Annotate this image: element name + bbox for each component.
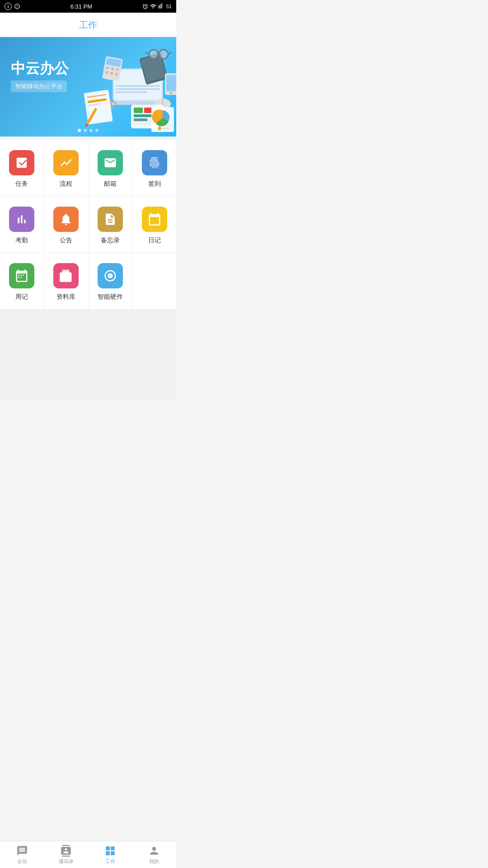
page-title: 工作 — [0, 19, 176, 31]
svg-line-30 — [145, 52, 149, 54]
library-icon — [59, 269, 73, 283]
svg-rect-4 — [116, 91, 147, 93]
grid-item-diary[interactable]: 日记 — [132, 197, 176, 253]
gray-area — [0, 309, 176, 400]
mail-icon — [103, 156, 117, 170]
mail-icon-bg — [98, 150, 123, 175]
cat-icon — [14, 3, 20, 9]
weekly-icon-bg — [9, 263, 34, 288]
fingerprint-icon — [148, 156, 161, 170]
grid-section: 任务 流程 邮箱 签到 — [0, 140, 176, 309]
grid-item-empty — [132, 253, 176, 309]
svg-rect-43 — [158, 127, 161, 130]
status-left: 1 — [5, 3, 20, 10]
diary-icon-bg — [142, 207, 167, 232]
task-label: 任务 — [15, 180, 28, 188]
wifi-icon — [150, 3, 156, 9]
grid-item-memo[interactable]: 备忘录 — [89, 197, 133, 253]
memo-icon-bg — [98, 207, 123, 232]
svg-rect-2 — [116, 85, 160, 87]
banner: 中云办公 智能移动办公平台 — [0, 37, 176, 137]
task-icon — [15, 156, 28, 170]
grid-item-hardware[interactable]: 智能硬件 — [89, 253, 133, 309]
page-header: 工作 — [0, 13, 176, 37]
svg-rect-21 — [166, 75, 176, 91]
grid-row-2: 考勤 公告 备忘录 日记 — [0, 197, 176, 253]
process-label: 流程 — [60, 180, 72, 188]
grid-row-3: 周记 资料库 智能硬件 — [0, 253, 176, 309]
signal-icon — [158, 3, 164, 9]
grid-item-checkin[interactable]: 签到 — [132, 140, 176, 196]
grid-item-process[interactable]: 流程 — [44, 140, 89, 196]
hardware-label: 智能硬件 — [98, 293, 123, 301]
library-icon-bg — [53, 263, 79, 288]
svg-point-28 — [159, 50, 168, 59]
battery-level: 51 — [166, 4, 172, 9]
weekly-label: 周记 — [15, 293, 28, 301]
status-num: 1 — [5, 3, 12, 10]
grid-item-mail[interactable]: 邮箱 — [89, 140, 133, 196]
banner-title: 中云办公 — [11, 60, 69, 77]
status-bar: 1 6:31 PM 51 — [0, 0, 176, 13]
library-label: 资料库 — [56, 293, 75, 301]
attend-icon-bg — [9, 207, 34, 232]
svg-point-22 — [170, 92, 173, 94]
svg-rect-23 — [84, 90, 113, 124]
svg-point-27 — [149, 50, 158, 59]
attend-icon — [15, 212, 28, 226]
grid-item-task[interactable]: 任务 — [0, 140, 44, 196]
checkin-label: 签到 — [148, 180, 161, 188]
svg-line-31 — [168, 52, 172, 54]
diary-icon — [148, 212, 161, 226]
dot-3 — [89, 129, 93, 132]
memo-icon — [103, 212, 117, 226]
status-right: 51 — [142, 3, 172, 9]
svg-rect-3 — [116, 88, 160, 90]
hardware-icon — [103, 269, 117, 283]
banner-subtitle: 智能移动办公平台 — [11, 80, 67, 92]
attend-label: 考勤 — [15, 236, 28, 245]
status-time: 6:31 PM — [70, 3, 92, 10]
svg-rect-34 — [134, 108, 143, 113]
banner-illustration — [72, 37, 176, 137]
hardware-icon-bg — [98, 263, 123, 288]
alarm-icon — [142, 4, 148, 9]
weekly-icon — [15, 269, 28, 283]
mail-label: 邮箱 — [104, 180, 117, 188]
dot-2 — [84, 129, 87, 132]
grid-row-1: 任务 流程 邮箱 签到 — [0, 140, 176, 197]
grid-item-library[interactable]: 资料库 — [44, 253, 89, 309]
grid-item-attend[interactable]: 考勤 — [0, 197, 44, 253]
svg-rect-37 — [134, 118, 147, 121]
memo-label: 备忘录 — [101, 236, 120, 245]
task-icon-bg — [9, 150, 34, 175]
notice-label: 公告 — [60, 236, 72, 245]
banner-text: 中云办公 智能移动办公平台 — [11, 60, 69, 92]
dot-4 — [95, 129, 99, 132]
diary-label: 日记 — [148, 236, 161, 245]
svg-rect-36 — [134, 114, 153, 117]
notice-icon-bg — [53, 207, 79, 232]
process-icon-bg — [53, 150, 79, 175]
process-icon — [59, 156, 73, 170]
grid-item-weekly[interactable]: 周记 — [0, 253, 44, 309]
grid-item-notice[interactable]: 公告 — [44, 197, 89, 253]
banner-dots — [78, 129, 99, 132]
checkin-icon-bg — [142, 150, 167, 175]
notice-icon — [59, 212, 73, 226]
dot-1 — [78, 129, 81, 132]
